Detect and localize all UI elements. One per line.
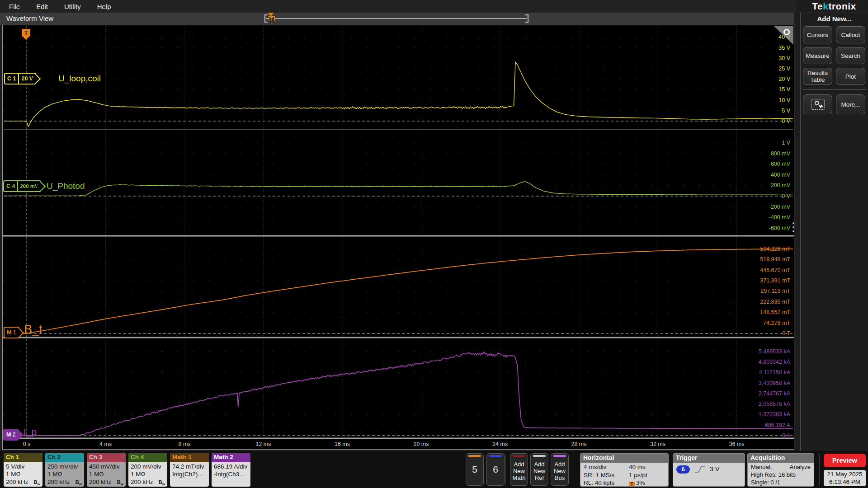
datetime-badge[interactable]: 21 May 2025 6:13:46 PM — [824, 470, 866, 486]
menu-item-utility[interactable]: Utility — [64, 3, 81, 10]
more-button[interactable]: More... — [836, 94, 865, 114]
menu-item-help[interactable]: Help — [97, 3, 111, 10]
ch4-badge[interactable]: C 4 200 mV — [3, 180, 41, 192]
ch1-trace-label[interactable]: U_loop,coil — [58, 74, 101, 84]
x-axis-label: 16 ms — [326, 441, 358, 447]
channel-setting-value: 200 kHz — [47, 478, 70, 486]
add-button-stripe — [553, 455, 566, 457]
wave-button-stripe — [489, 455, 502, 457]
channel-panel-ch-4[interactable]: Ch 4200 mV/div1 MΩ200 kHzBw — [128, 453, 167, 487]
math2-badge[interactable]: M 2 — [3, 429, 19, 441]
horizontal-sample-rate: SR: 1 MS/s — [584, 471, 629, 479]
axis-label-c4: 0 V — [782, 193, 790, 199]
menu-item-edit[interactable]: Edit — [36, 3, 48, 10]
axis-label-m1: 0 T — [782, 330, 790, 337]
x-axis-label: 20 ms — [406, 441, 437, 447]
axis-label-c4: -200 mV — [769, 204, 790, 210]
channel-panel-math-2[interactable]: Math 2686.19 A/div-Intg(Ch3... — [212, 453, 250, 487]
channel-setting-value: 200 kHz — [6, 478, 28, 486]
ch1-badge[interactable]: C 1 20 V — [4, 73, 36, 84]
button-add-new-ref[interactable]: AddNewRef — [530, 453, 548, 486]
ch1-badge-name: C 1 — [5, 74, 18, 84]
channel-setting: 1 MΩ — [6, 470, 40, 478]
add-button-stripe — [513, 455, 525, 457]
sidebar-button-results-table[interactable]: Results Table — [803, 68, 832, 85]
channel-panel-ch-1[interactable]: Ch 15 V/div1 MΩ200 kHzBw — [4, 453, 42, 487]
math1-badge[interactable]: M 1 — [4, 327, 19, 338]
axis-label-c1: 20 V — [778, 76, 790, 82]
channel-panel-ch-2[interactable]: Ch 2250 mV/div1 MΩ200 kHzBw — [45, 453, 84, 487]
channel-panel-ch-3[interactable]: Ch 3450 mV/div1 MΩ200 kHzBw — [87, 453, 126, 487]
channel-panel-body: 686.19 A/div-Intg(Ch3... — [212, 462, 250, 479]
horizontal-panel[interactable]: Horizontal 4 ms/div 40 ms SR: 1 MS/s 1 µ… — [580, 453, 669, 487]
channel-panel-header: Math 1 — [170, 453, 209, 462]
channel-panel-body: 5 V/div1 MΩ200 kHzBw — [4, 462, 42, 487]
wave-button-5[interactable]: 5 — [466, 453, 484, 486]
axis-label-c1: 25 V — [778, 66, 790, 72]
trigger-panel[interactable]: Trigger 6 3 V — [673, 453, 745, 487]
axis-label-c1: 5 V — [782, 108, 790, 114]
trigger-title: Trigger — [673, 454, 745, 463]
axis-label-c4: -600 mV — [769, 225, 790, 231]
bandwidth-badge: Bw — [34, 479, 40, 487]
channel-setting: 200 kHzBw — [131, 478, 165, 487]
menu-item-file[interactable]: File — [9, 3, 20, 10]
slider-trigger-arrow-icon[interactable] — [268, 13, 274, 16]
sidebar-button-measure[interactable]: Measure — [803, 47, 832, 64]
slider-trigger-handle[interactable]: T — [269, 16, 275, 23]
math2-trace-label[interactable]: I_p — [24, 427, 37, 437]
sidebar-button-callout[interactable]: Callout — [836, 26, 865, 43]
tab-waveform-view[interactable]: Waveform View — [6, 14, 53, 22]
axis-label-m2: 4.117150 kA — [759, 369, 790, 375]
channel-panel-header: Ch 4 — [128, 453, 167, 462]
rising-edge-icon — [694, 465, 706, 474]
bottom-bar: Ch 15 V/div1 MΩ200 kHzBwCh 2250 mV/div1 … — [0, 451, 868, 488]
horizontal-scale: 4 ms/div — [584, 463, 629, 471]
button-add-new-bus[interactable]: AddNewBus — [551, 453, 569, 486]
trigger-mini-icon: T — [629, 482, 635, 487]
ch4-trace-label[interactable]: U_Photod — [47, 181, 85, 191]
x-axis-label: 32 ms — [642, 441, 674, 447]
sidebar-button-search[interactable]: Search — [836, 47, 865, 64]
bandwidth-sub: w — [38, 482, 40, 486]
axis-label-m2: 5.489533 kA — [759, 348, 790, 355]
horizontal-position-slider[interactable]: T — [264, 13, 528, 25]
channel-panel-header: Ch 3 — [87, 453, 126, 462]
preview-button[interactable]: Preview — [824, 454, 866, 467]
channel-panel-math-1[interactable]: Math 174.2 mT/divIntg(Ch2)... — [170, 453, 209, 487]
slider-track[interactable] — [266, 18, 527, 19]
wave-button-6[interactable]: 6 — [486, 453, 505, 486]
waveform-view[interactable]: 40 V35 V30 V25 V20 V15 V10 V5 V0 V1 V800… — [2, 25, 794, 450]
axis-label-c4: -400 mV — [769, 214, 790, 221]
slider-left-bracket[interactable] — [264, 14, 268, 23]
slider-right-bracket[interactable] — [525, 14, 528, 23]
channel-setting-value: 200 kHz — [131, 478, 153, 486]
channel-panel-header: Ch 1 — [4, 453, 42, 462]
axis-label-m1: 371.391 mT — [760, 277, 790, 284]
channel-setting: 686.19 A/div — [214, 463, 248, 470]
x-axis-label: 4 ms — [90, 441, 122, 447]
channel-setting-value: -Intg(Ch3... — [214, 470, 245, 478]
acquisition-mode: Manual, — [751, 463, 772, 471]
sidebar-button-plot[interactable]: Plot — [836, 68, 865, 85]
box-zoom-button[interactable] — [803, 94, 832, 114]
menu-bar: FileEditUtilityHelp — [0, 0, 796, 13]
channel-setting-value: 74.2 mT/div — [172, 463, 204, 470]
divider — [819, 454, 820, 485]
divider — [505, 454, 506, 485]
add-button-label: AddNewRef — [533, 461, 545, 481]
acquisition-panel[interactable]: Acquisition Manual, Analyze High Res: 16… — [747, 453, 814, 487]
add-button-label: AddNewMath — [513, 461, 526, 481]
axis-label-c1: 0 V — [782, 118, 790, 124]
view-resize-handle[interactable] — [793, 222, 794, 232]
sidebar-button-cursors[interactable]: Cursors — [803, 26, 832, 43]
add-button-stripe — [533, 455, 546, 457]
x-axis-label: 12 ms — [248, 441, 279, 447]
axis-label-c4: 200 mV — [771, 182, 790, 188]
math1-trace-label[interactable]: B_t — [24, 323, 42, 337]
channel-setting: 1 MΩ — [89, 470, 123, 478]
channel-setting-value: 450 mV/div — [89, 463, 120, 470]
button-add-new-math[interactable]: AddNewMath — [510, 453, 528, 486]
axis-label-m1: 519.948 mT — [760, 256, 790, 263]
magnifier-icon — [783, 29, 790, 35]
